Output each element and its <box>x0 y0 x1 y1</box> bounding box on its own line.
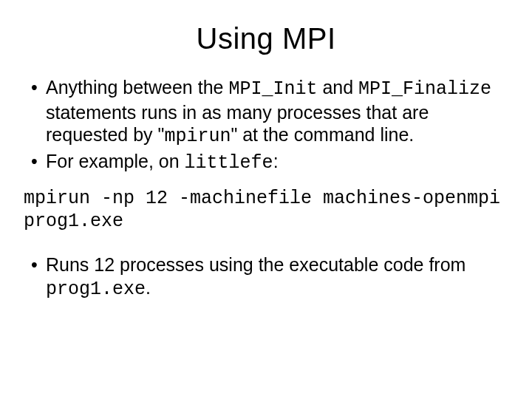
text: Anything between the <box>46 77 228 98</box>
code-inline: littlefe <box>185 152 273 174</box>
text: Runs 12 processes using the executable c… <box>46 254 466 275</box>
slide-title: Using MPI <box>22 22 510 55</box>
text: For example, on <box>46 151 185 171</box>
code-inline: prog1.exe <box>46 279 146 300</box>
text: : <box>273 151 279 171</box>
text: and <box>317 77 358 98</box>
command-line: mpirun -np 12 -machinefile machines-open… <box>24 188 510 233</box>
code-inline: MPI_Init <box>228 78 317 100</box>
slide: Using MPI Anything between the MPI_Init … <box>0 0 532 399</box>
code-inline: mpirun <box>164 126 231 147</box>
code-inline: MPI_Finalize <box>358 78 491 100</box>
bullet-item: Anything between the MPI_Init and MPI_Fi… <box>30 76 510 149</box>
bullet-item: Runs 12 processes using the executable c… <box>30 253 510 301</box>
text: " at the command line. <box>231 124 414 145</box>
bullet-list-2: Runs 12 processes using the executable c… <box>22 253 510 301</box>
bullet-list-1: Anything between the MPI_Init and MPI_Fi… <box>22 76 510 174</box>
text: . <box>146 277 151 298</box>
bullet-item: For example, on littlefe: <box>30 150 510 175</box>
